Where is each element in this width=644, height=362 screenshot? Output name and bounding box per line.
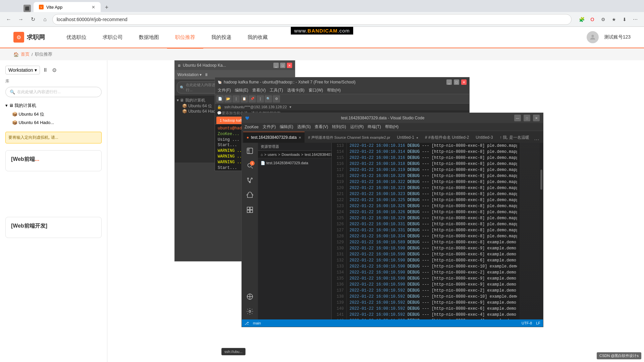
menu-help[interactable]: 帮助(H) xyxy=(327,87,341,93)
vs-menu-view[interactable]: 查看(V) xyxy=(315,124,328,130)
vscode-min-button[interactable]: — xyxy=(514,115,521,121)
vs-menu-file[interactable]: 文件(F) xyxy=(263,124,276,130)
line-ending-label[interactable]: LF xyxy=(536,321,540,325)
vscode-tab-main[interactable]: ● test.1642838407329.data ✕ xyxy=(243,132,305,143)
vs-menu-edit[interactable]: 编辑(E) xyxy=(280,124,293,130)
breadcrumb-home[interactable]: 首页 xyxy=(21,51,30,57)
address-bar[interactable]: localhost:60000/#/job-recommend xyxy=(52,14,572,25)
sidebar-search[interactable]: 🔍 在此处键入内容进行行... xyxy=(5,87,102,97)
tab-close-button[interactable]: ✕ xyxy=(92,5,95,10)
xshell-close-button[interactable]: ✕ xyxy=(461,79,467,85)
browser-tab-active[interactable]: V Vite App ✕ xyxy=(34,2,101,12)
nav-item-qiuzhi[interactable]: 求职公司 xyxy=(95,27,131,49)
tb-open[interactable]: 📂 xyxy=(224,95,232,103)
xshell-win-buttons: _ □ ✕ xyxy=(446,79,467,85)
nav-item-favorites[interactable]: 我的收藏 xyxy=(239,27,276,49)
sync-icon[interactable]: ⚙ xyxy=(598,15,608,24)
bookmark-icon[interactable]: ★ xyxy=(609,15,619,24)
tree-root[interactable]: ▾ 🖥 我的计算机 xyxy=(5,101,102,110)
tree-item-ubuntu64[interactable]: 📦 Ubuntu 64 位 xyxy=(12,110,102,119)
tb-copy[interactable]: 📋 xyxy=(240,95,248,103)
vs-menu-select[interactable]: 选择(S) xyxy=(297,124,311,130)
refresh-button[interactable]: ↻ xyxy=(28,15,38,24)
code-content[interactable]: 2022-01-22 16:00:10.316 DEBUG --- [http-… xyxy=(347,143,520,319)
tree-item-ubuntu-hadoop[interactable]: 📦 Ubuntu 64 Hado... xyxy=(12,119,102,126)
back-button[interactable]: ← xyxy=(4,15,13,24)
tb-search[interactable]: 🔍 xyxy=(265,95,272,103)
search-sidebar-icon[interactable]: 1 xyxy=(245,160,255,171)
vscode-tab-2[interactable]: # 声明基本组件 Source Channel Sink example2.pr xyxy=(305,132,393,143)
filter-icon[interactable]: ⚙ xyxy=(52,67,57,73)
xshell-titlebar: 🐚 hadoop kafka flume - ubuntu@hadoop:: -… xyxy=(215,77,469,87)
scrollbar-thumb[interactable] xyxy=(540,170,542,190)
tab-close-main[interactable]: ✕ xyxy=(299,136,301,139)
menu-window[interactable]: 窗口(W) xyxy=(309,87,323,93)
menu-tabs[interactable]: 选项卡(B) xyxy=(287,87,305,93)
explorer-icon[interactable] xyxy=(245,145,255,156)
menu-view[interactable]: 查看(V) xyxy=(252,87,266,93)
extensions-icon[interactable]: 🧩 xyxy=(577,15,586,24)
more-tabs-icon[interactable]: ⋯ xyxy=(534,136,539,143)
ssh-address[interactable]: ssh://ubuntu****@192.168.139.128:22 xyxy=(224,105,287,109)
vm-pause-icon[interactable]: ⏸ xyxy=(204,72,208,77)
job-card-1[interactable]: [Web前端... xyxy=(5,150,102,171)
nav-item-delivery[interactable]: 我的投递 xyxy=(203,27,239,49)
file-tree-item[interactable]: 📄 test.1642838407329.data xyxy=(261,161,329,165)
git-branch-label[interactable]: main xyxy=(253,321,261,325)
tb-paste[interactable]: 📌 xyxy=(249,95,256,103)
nav-item-recommend[interactable]: 职位推荐 xyxy=(167,27,203,49)
git-icon[interactable] xyxy=(245,175,255,186)
menu-icon[interactable]: ⋯ xyxy=(631,15,640,24)
svg-rect-8 xyxy=(247,210,250,213)
bc-downloads[interactable]: Downloads xyxy=(281,153,300,157)
menu-edit[interactable]: 编辑(E) xyxy=(235,87,248,93)
vscode-close-button[interactable]: ✕ xyxy=(533,115,540,121)
vs-menu-terminal[interactable]: 终端(T) xyxy=(368,124,381,130)
ssh-session-icon: 🔒 xyxy=(217,105,222,109)
nav-item-data[interactable]: 数据地图 xyxy=(131,27,167,49)
vm-min-button[interactable]: _ xyxy=(273,63,279,68)
tab-favicon: V xyxy=(39,5,44,9)
new-tab-button[interactable]: + xyxy=(102,3,111,12)
xshell-min-button[interactable]: _ xyxy=(446,79,452,85)
vs-menu-run[interactable]: 运行(R) xyxy=(350,124,364,130)
settings-sidebar-icon[interactable] xyxy=(245,306,255,317)
vscode-tab-5[interactable]: Untitled-3 xyxy=(472,132,496,143)
vscode-tab-4[interactable]: # #各组件命名 Untitled-2 xyxy=(422,132,472,143)
debug-icon[interactable] xyxy=(245,190,255,200)
vm-close-button[interactable]: ✕ xyxy=(287,63,292,68)
vs-menu-help[interactable]: 帮助(H) xyxy=(385,124,399,130)
encoding-label[interactable]: UTF-8 xyxy=(522,321,532,325)
forward-button[interactable]: → xyxy=(16,15,25,24)
bc-file[interactable]: test.1642838407329.data xyxy=(305,153,332,157)
download-icon[interactable]: ⬇ xyxy=(620,15,629,24)
vscode-win-buttons: — □ ✕ xyxy=(514,115,540,121)
vscode-max-button[interactable]: □ xyxy=(524,115,530,121)
user-avatar[interactable] xyxy=(587,31,599,43)
vscode-tab-3[interactable]: Untitled-1 ● xyxy=(394,132,422,143)
svg-rect-9 xyxy=(250,210,253,213)
pause-icon[interactable]: ⏸ xyxy=(43,67,48,73)
xshell-restore-button[interactable]: □ xyxy=(454,79,459,85)
vs-menu-zookee[interactable]: ZooKee xyxy=(245,125,259,129)
vscode-explorer-panel: 资源管理器 ⌂ > users > Downloads > test.16428… xyxy=(258,143,332,319)
job-card-2[interactable]: [Web前端开发] xyxy=(5,217,102,238)
menu-tools[interactable]: 工具(T) xyxy=(270,87,283,93)
vscode-tab-6[interactable]: ↑ 我, 是一名温暖 xyxy=(496,132,533,143)
sidebar-header: Workstation ▾ ⏸ ⚙ xyxy=(5,66,102,74)
bc-users[interactable]: users xyxy=(268,153,277,157)
menu-file[interactable]: 文件(F) xyxy=(218,87,231,93)
home-button[interactable]: ⌂ xyxy=(40,15,50,24)
tb-settings[interactable]: ⚙ xyxy=(273,95,280,103)
extensions-sidebar-icon[interactable] xyxy=(245,204,255,215)
tb-new[interactable]: 📄 xyxy=(216,95,224,103)
opera-icon[interactable]: O xyxy=(588,15,597,24)
vertical-scrollbar[interactable] xyxy=(540,143,543,319)
git-branch-icon: ⎇ xyxy=(245,321,249,325)
remote-icon[interactable] xyxy=(245,291,255,302)
nav-item-youxuan[interactable]: 优选职位 xyxy=(58,27,95,49)
svg-rect-7 xyxy=(250,207,253,209)
vm-max-button[interactable]: □ xyxy=(280,63,285,68)
workstation-dropdown[interactable]: Workstation ▾ xyxy=(5,66,40,74)
vs-menu-goto[interactable]: 转到(G) xyxy=(332,124,346,130)
